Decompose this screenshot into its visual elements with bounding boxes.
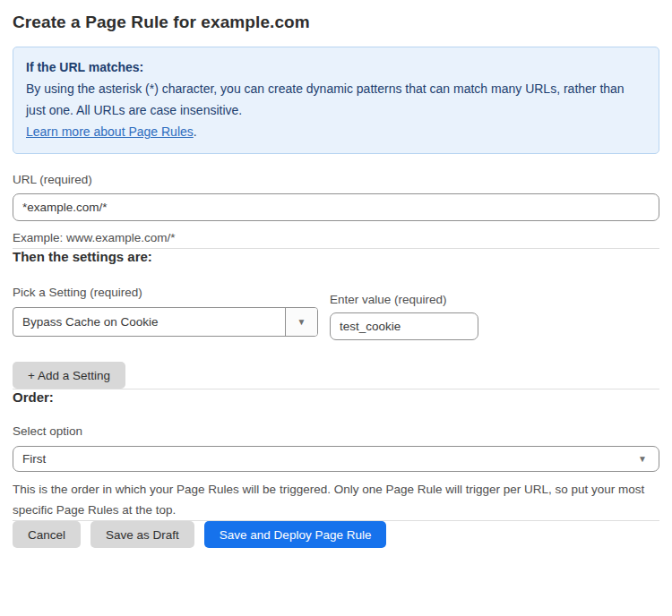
learn-more-link[interactable]: Learn more about Page Rules: [26, 124, 194, 139]
save-and-deploy-button[interactable]: Save and Deploy Page Rule: [204, 521, 387, 548]
order-helper-text: This is the order in which your Page Rul…: [13, 479, 658, 520]
settings-row: Pick a Setting (required) Bypass Cache o…: [13, 286, 659, 340]
add-setting-button[interactable]: + Add a Setting: [13, 362, 125, 389]
url-section: URL (required) Example: www.example.com/…: [13, 173, 659, 248]
url-label: URL (required): [13, 173, 659, 186]
info-banner-heading: If the URL matches:: [26, 56, 646, 78]
order-select-label: Select option: [13, 424, 659, 438]
order-select[interactable]: First ▼: [13, 446, 659, 472]
setting-select-caret-button[interactable]: ▼: [285, 308, 317, 336]
info-banner-link-line: Learn more about Page Rules.: [26, 121, 646, 142]
save-as-draft-button[interactable]: Save as Draft: [90, 521, 194, 548]
footer-actions: Cancel Save as Draft Save and Deploy Pag…: [13, 521, 659, 548]
url-input[interactable]: [13, 193, 659, 221]
setting-picker-column: Pick a Setting (required) Bypass Cache o…: [13, 286, 318, 340]
order-section: Order: Select option First ▼ This is the…: [13, 389, 659, 520]
order-heading: Order:: [13, 389, 659, 405]
setting-select-label: Pick a Setting (required): [13, 286, 318, 299]
setting-value-input[interactable]: [330, 312, 478, 340]
info-banner-body: By using the asterisk (*) character, you…: [26, 78, 646, 121]
value-field-label: Enter value (required): [330, 293, 478, 306]
link-suffix: .: [194, 124, 197, 139]
caret-down-icon: ▼: [297, 318, 306, 327]
setting-select[interactable]: Bypass Cache on Cookie ▼: [13, 307, 318, 337]
url-example-helper: Example: www.example.com/*: [13, 227, 659, 248]
settings-section: Then the settings are: Pick a Setting (r…: [13, 249, 659, 389]
setting-select-value: Bypass Cache on Cookie: [13, 308, 285, 336]
url-match-info-banner: If the URL matches: By using the asteris…: [13, 47, 659, 154]
order-select-value: First: [22, 452, 46, 466]
page-rule-form: Create a Page Rule for example.com If th…: [0, 0, 672, 559]
cancel-button[interactable]: Cancel: [13, 521, 81, 548]
setting-value-column: Enter value (required): [330, 286, 478, 340]
page-title: Create a Page Rule for example.com: [13, 13, 659, 32]
caret-down-icon: ▼: [638, 455, 647, 464]
settings-heading: Then the settings are:: [13, 249, 659, 264]
